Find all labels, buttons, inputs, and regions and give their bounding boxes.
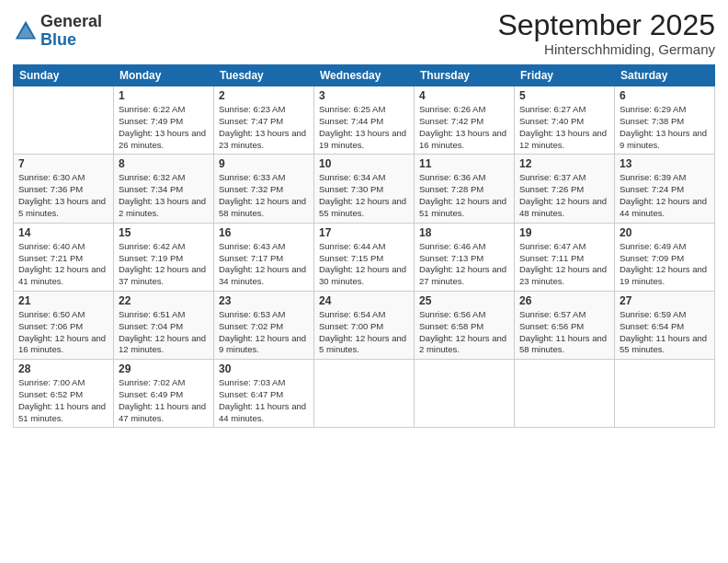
day-info: Sunrise: 7:00 AM Sunset: 6:52 PM Dayligh…	[18, 377, 108, 424]
day-info: Sunrise: 6:34 AM Sunset: 7:30 PM Dayligh…	[319, 172, 409, 219]
day-info: Sunrise: 6:50 AM Sunset: 7:06 PM Dayligh…	[18, 309, 108, 356]
calendar-week-1: 1Sunrise: 6:22 AM Sunset: 7:49 PM Daylig…	[14, 86, 715, 155]
day-number: 11	[419, 157, 509, 170]
day-info: Sunrise: 6:44 AM Sunset: 7:15 PM Dayligh…	[319, 241, 409, 288]
calendar-cell	[415, 360, 515, 428]
col-header-wednesday: Wednesday	[314, 65, 415, 86]
day-number: 3	[319, 89, 409, 102]
day-info: Sunrise: 6:56 AM Sunset: 6:58 PM Dayligh…	[419, 309, 509, 356]
day-number: 19	[519, 226, 609, 239]
day-number: 13	[620, 157, 710, 170]
day-info: Sunrise: 6:53 AM Sunset: 7:02 PM Dayligh…	[219, 309, 309, 356]
calendar-cell: 21Sunrise: 6:50 AM Sunset: 7:06 PM Dayli…	[14, 291, 114, 359]
calendar-cell: 8Sunrise: 6:32 AM Sunset: 7:34 PM Daylig…	[114, 155, 214, 223]
day-info: Sunrise: 6:39 AM Sunset: 7:24 PM Dayligh…	[620, 172, 710, 219]
calendar-week-5: 28Sunrise: 7:00 AM Sunset: 6:52 PM Dayli…	[14, 360, 715, 428]
day-number: 28	[18, 362, 108, 375]
day-info: Sunrise: 6:49 AM Sunset: 7:09 PM Dayligh…	[620, 241, 710, 288]
col-header-monday: Monday	[114, 65, 214, 86]
calendar-header-row: SundayMondayTuesdayWednesdayThursdayFrid…	[14, 65, 715, 86]
day-number: 21	[18, 294, 108, 307]
day-info: Sunrise: 7:03 AM Sunset: 6:47 PM Dayligh…	[219, 377, 309, 424]
day-number: 1	[119, 89, 209, 102]
calendar-cell: 28Sunrise: 7:00 AM Sunset: 6:52 PM Dayli…	[14, 360, 114, 428]
calendar-cell: 25Sunrise: 6:56 AM Sunset: 6:58 PM Dayli…	[415, 291, 515, 359]
calendar-cell: 30Sunrise: 7:03 AM Sunset: 6:47 PM Dayli…	[214, 360, 314, 428]
calendar-table: SundayMondayTuesdayWednesdayThursdayFrid…	[13, 64, 715, 428]
calendar-cell: 26Sunrise: 6:57 AM Sunset: 6:56 PM Dayli…	[515, 291, 615, 359]
calendar-cell: 7Sunrise: 6:30 AM Sunset: 7:36 PM Daylig…	[14, 155, 114, 223]
day-info: Sunrise: 6:42 AM Sunset: 7:19 PM Dayligh…	[119, 241, 209, 288]
logo-text: General Blue	[40, 13, 102, 50]
day-info: Sunrise: 7:02 AM Sunset: 6:49 PM Dayligh…	[119, 377, 209, 424]
col-header-saturday: Saturday	[615, 65, 715, 86]
calendar-cell: 6Sunrise: 6:29 AM Sunset: 7:38 PM Daylig…	[615, 86, 715, 155]
day-number: 6	[620, 89, 710, 102]
day-number: 25	[419, 294, 509, 307]
calendar-cell: 11Sunrise: 6:36 AM Sunset: 7:28 PM Dayli…	[415, 155, 515, 223]
day-number: 5	[519, 89, 609, 102]
day-number: 10	[319, 157, 409, 170]
logo: General Blue	[13, 13, 102, 50]
calendar-cell: 17Sunrise: 6:44 AM Sunset: 7:15 PM Dayli…	[314, 223, 415, 291]
day-info: Sunrise: 6:22 AM Sunset: 7:49 PM Dayligh…	[119, 104, 209, 151]
day-number: 9	[219, 157, 309, 170]
logo-icon	[13, 18, 39, 44]
calendar-week-3: 14Sunrise: 6:40 AM Sunset: 7:21 PM Dayli…	[14, 223, 715, 291]
day-info: Sunrise: 6:40 AM Sunset: 7:21 PM Dayligh…	[18, 241, 108, 288]
month-title: September 2025	[497, 9, 715, 41]
day-number: 20	[620, 226, 710, 239]
calendar-cell: 29Sunrise: 7:02 AM Sunset: 6:49 PM Dayli…	[114, 360, 214, 428]
page-container: General Blue September 2025 Hinterschhmi…	[0, 0, 728, 437]
calendar-week-4: 21Sunrise: 6:50 AM Sunset: 7:06 PM Dayli…	[14, 291, 715, 359]
calendar-cell	[14, 86, 114, 155]
day-info: Sunrise: 6:51 AM Sunset: 7:04 PM Dayligh…	[119, 309, 209, 356]
title-block: September 2025 Hinterschhmiding, Germany	[497, 9, 715, 57]
calendar-cell	[314, 360, 415, 428]
calendar-cell	[615, 360, 715, 428]
day-number: 23	[219, 294, 309, 307]
day-info: Sunrise: 6:26 AM Sunset: 7:42 PM Dayligh…	[419, 104, 509, 151]
header: General Blue September 2025 Hinterschhmi…	[13, 9, 715, 57]
day-number: 29	[119, 362, 209, 375]
calendar-cell: 19Sunrise: 6:47 AM Sunset: 7:11 PM Dayli…	[515, 223, 615, 291]
calendar-cell: 12Sunrise: 6:37 AM Sunset: 7:26 PM Dayli…	[515, 155, 615, 223]
day-number: 7	[18, 157, 108, 170]
col-header-sunday: Sunday	[14, 65, 114, 86]
calendar-cell: 15Sunrise: 6:42 AM Sunset: 7:19 PM Dayli…	[114, 223, 214, 291]
day-number: 15	[119, 226, 209, 239]
day-number: 4	[419, 89, 509, 102]
day-number: 27	[620, 294, 710, 307]
day-number: 14	[18, 226, 108, 239]
calendar-cell: 16Sunrise: 6:43 AM Sunset: 7:17 PM Dayli…	[214, 223, 314, 291]
calendar-week-2: 7Sunrise: 6:30 AM Sunset: 7:36 PM Daylig…	[14, 155, 715, 223]
calendar-cell: 13Sunrise: 6:39 AM Sunset: 7:24 PM Dayli…	[615, 155, 715, 223]
logo-blue: Blue	[40, 31, 102, 50]
calendar-cell: 4Sunrise: 6:26 AM Sunset: 7:42 PM Daylig…	[415, 86, 515, 155]
col-header-tuesday: Tuesday	[214, 65, 314, 86]
day-number: 24	[319, 294, 409, 307]
calendar-cell: 23Sunrise: 6:53 AM Sunset: 7:02 PM Dayli…	[214, 291, 314, 359]
day-info: Sunrise: 6:47 AM Sunset: 7:11 PM Dayligh…	[519, 241, 609, 288]
col-header-thursday: Thursday	[415, 65, 515, 86]
day-number: 8	[119, 157, 209, 170]
day-info: Sunrise: 6:46 AM Sunset: 7:13 PM Dayligh…	[419, 241, 509, 288]
day-info: Sunrise: 6:32 AM Sunset: 7:34 PM Dayligh…	[119, 172, 209, 219]
calendar-cell: 2Sunrise: 6:23 AM Sunset: 7:47 PM Daylig…	[214, 86, 314, 155]
day-number: 18	[419, 226, 509, 239]
day-info: Sunrise: 6:23 AM Sunset: 7:47 PM Dayligh…	[219, 104, 309, 151]
calendar-cell: 9Sunrise: 6:33 AM Sunset: 7:32 PM Daylig…	[214, 155, 314, 223]
day-number: 12	[519, 157, 609, 170]
day-info: Sunrise: 6:54 AM Sunset: 7:00 PM Dayligh…	[319, 309, 409, 356]
calendar-cell: 1Sunrise: 6:22 AM Sunset: 7:49 PM Daylig…	[114, 86, 214, 155]
day-info: Sunrise: 6:57 AM Sunset: 6:56 PM Dayligh…	[519, 309, 609, 356]
day-number: 22	[119, 294, 209, 307]
day-info: Sunrise: 6:25 AM Sunset: 7:44 PM Dayligh…	[319, 104, 409, 151]
calendar-cell: 14Sunrise: 6:40 AM Sunset: 7:21 PM Dayli…	[14, 223, 114, 291]
day-info: Sunrise: 6:29 AM Sunset: 7:38 PM Dayligh…	[620, 104, 710, 151]
calendar-cell: 22Sunrise: 6:51 AM Sunset: 7:04 PM Dayli…	[114, 291, 214, 359]
calendar-cell: 27Sunrise: 6:59 AM Sunset: 6:54 PM Dayli…	[615, 291, 715, 359]
day-number: 26	[519, 294, 609, 307]
calendar-cell: 10Sunrise: 6:34 AM Sunset: 7:30 PM Dayli…	[314, 155, 415, 223]
location-subtitle: Hinterschhmiding, Germany	[497, 41, 715, 57]
